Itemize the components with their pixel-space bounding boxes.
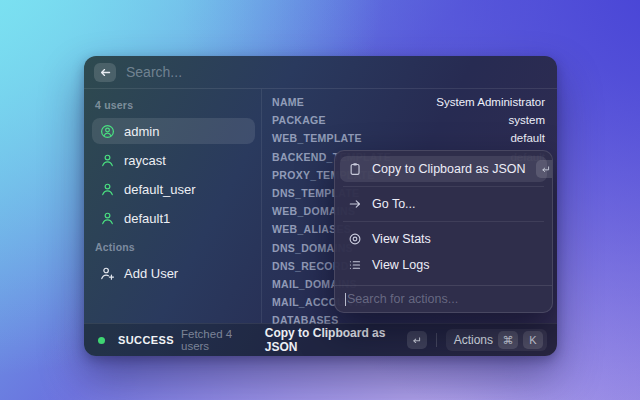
menu-item-label: View Stats [372, 232, 431, 246]
context-menu-item[interactable]: Go To... [340, 191, 547, 217]
command-key-icon: ⌘ [498, 331, 518, 349]
desktop-background: 4 users admin raycast default_user [0, 0, 640, 400]
context-menu-item[interactable]: View Logs [340, 252, 547, 278]
actions-button-label: Actions [454, 333, 493, 347]
sidebar-item-user[interactable]: admin [92, 118, 255, 144]
user-label: raycast [124, 153, 166, 168]
user-icon [100, 153, 115, 168]
users-section-header: 4 users [95, 99, 252, 111]
menu-divider [343, 186, 544, 187]
menu-item-label: View Logs [372, 258, 429, 272]
detail-label: WEB_TEMPLATE [272, 132, 362, 144]
context-menu-item[interactable]: View Stats [340, 226, 547, 252]
search-input[interactable] [126, 64, 547, 80]
text-cursor [345, 293, 346, 306]
sidebar-item-user[interactable]: default_user [92, 176, 255, 202]
menu-divider [343, 221, 544, 222]
sidebar-item-user[interactable]: raycast [92, 147, 255, 173]
status-message: Fetched 4 users [181, 328, 258, 352]
search-bar [84, 56, 557, 89]
user-icon [100, 182, 115, 197]
return-icon [407, 331, 427, 349]
detail-value: default [510, 132, 545, 144]
arrow-right-icon [348, 197, 362, 211]
context-menu-items: Copy to Clipboard as JSON Go To... View [335, 151, 552, 285]
user-label: default1 [124, 211, 170, 226]
actions-search-input[interactable] [347, 292, 542, 306]
context-menu-item[interactable]: Copy to Clipboard as JSON [340, 156, 547, 182]
footer-divider [436, 333, 437, 347]
menu-item-label: Go To... [372, 197, 416, 211]
user-label: default_user [124, 182, 196, 197]
menu-item-label: Copy to Clipboard as JSON [372, 162, 526, 176]
stats-icon [348, 232, 362, 246]
actions-context-menu: Copy to Clipboard as JSON Go To... View [334, 150, 553, 313]
arrow-left-icon [99, 66, 112, 79]
sidebar-item-user[interactable]: default1 [92, 205, 255, 231]
status-bar: SUCCESS Fetched 4 users Copy to Clipboar… [84, 323, 557, 356]
sidebar-item-action[interactable]: Add User [92, 260, 255, 286]
primary-action-button[interactable]: Copy to Clipboard as JSON [265, 326, 427, 354]
clipboard-icon [348, 162, 362, 176]
footer-right: Copy to Clipboard as JSON Actions ⌘ K [265, 326, 547, 354]
detail-value: system [509, 114, 545, 126]
launcher-window: 4 users admin raycast default_user [84, 56, 557, 356]
detail-row: PACKAGE system [272, 111, 545, 129]
context-menu-item[interactable]: View Login History [340, 278, 547, 285]
user-icon [100, 211, 115, 226]
detail-row: WEB_TEMPLATE default [272, 129, 545, 147]
user-circle-icon [100, 124, 115, 139]
k-key-icon: K [523, 331, 543, 349]
actions-section-header: Actions [95, 241, 252, 253]
detail-label: PACKAGE [272, 114, 326, 126]
return-icon [536, 160, 552, 178]
detail-label: NAME [272, 96, 304, 108]
status-label: SUCCESS [118, 334, 174, 346]
user-label: admin [124, 124, 159, 139]
detail-row: NAME System Administrator [272, 93, 545, 111]
primary-action-label: Copy to Clipboard as JSON [265, 326, 401, 354]
list-icon [348, 258, 362, 272]
user-plus-icon [100, 266, 115, 281]
detail-value: System Administrator [436, 96, 545, 108]
sidebar: 4 users admin raycast default_user [84, 89, 262, 323]
back-button[interactable] [94, 63, 116, 82]
success-dot-icon [98, 337, 105, 344]
actions-search-row [335, 285, 552, 312]
actions-menu-button[interactable]: Actions ⌘ K [446, 329, 547, 351]
action-label: Add User [124, 266, 178, 281]
